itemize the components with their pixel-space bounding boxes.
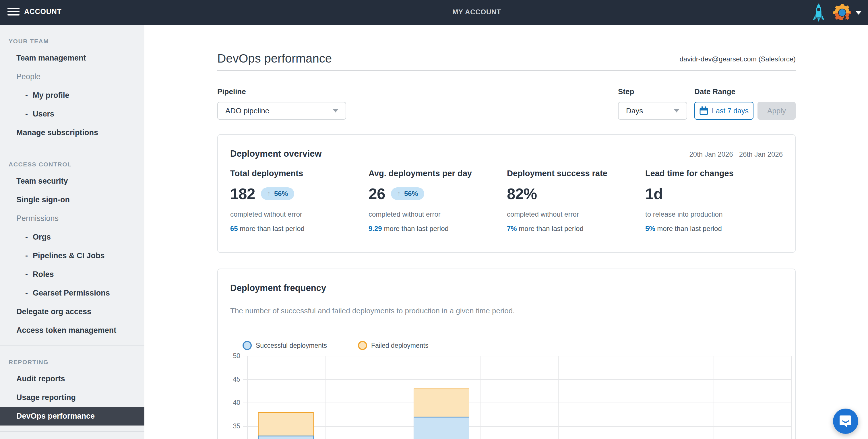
- sidebar-item-users[interactable]: -Users: [0, 105, 144, 123]
- dash-bullet: -: [25, 247, 33, 265]
- legend-dot-icon: [358, 341, 367, 350]
- hamburger-menu-icon[interactable]: [7, 8, 20, 18]
- sidebar-item-label: My profile: [33, 91, 69, 100]
- metric-value: 82%: [507, 185, 537, 202]
- metric-total-deployments: Total deployments182↑56%completed withou…: [230, 169, 369, 233]
- overview-title: Deployment overview: [230, 149, 322, 159]
- bar-failed-col3[interactable]: [414, 388, 469, 417]
- sidebar-item-label: DevOps performance: [17, 412, 95, 420]
- badge-value: 56%: [274, 190, 288, 198]
- legend-item-successful-deployments: Successful deployments: [243, 341, 327, 350]
- y-tick-35: 35: [220, 422, 240, 430]
- apply-button[interactable]: Apply: [757, 102, 796, 120]
- sidebar-item-gearset-permissions[interactable]: -Gearset Permissions: [0, 284, 144, 303]
- sidebar-item-label: Audit reports: [17, 374, 65, 383]
- step-select[interactable]: Days: [618, 102, 687, 120]
- metric-delta-value: 5%: [645, 225, 655, 232]
- date-range-label: Date Range: [694, 87, 735, 96]
- sidebar-item-team-management[interactable]: Team management: [0, 49, 144, 67]
- sidebar-item-roles[interactable]: -Roles: [0, 265, 144, 284]
- gridline-x-5: [636, 356, 637, 439]
- bar-successful-col3[interactable]: [414, 417, 469, 439]
- badge-value: 56%: [404, 190, 418, 198]
- pipeline-select[interactable]: ADO pipeline: [217, 102, 346, 120]
- pipeline-select-value: ADO pipeline: [225, 106, 269, 115]
- gridline-x-3: [480, 356, 481, 439]
- sidebar-section-access-control: ACCESS CONTROL: [9, 161, 144, 168]
- metric-title: Avg. deployments per day: [369, 169, 507, 178]
- metric-avg-deployments-per-day: Avg. deployments per day26↑56%completed …: [369, 169, 507, 233]
- sidebar-item-access-token-management[interactable]: Access token management: [0, 321, 144, 340]
- chat-bubble-icon: [839, 415, 852, 428]
- title-divider: [217, 71, 796, 71]
- sidebar-item-manage-subscriptions[interactable]: Manage subscriptions: [0, 123, 144, 142]
- metric-deployment-success-rate: Deployment success rate82%completed with…: [507, 169, 645, 233]
- topbar: ACCOUNT MY ACCOUNT: [0, 0, 868, 25]
- sidebar-item-delegate-org-access[interactable]: Delegate org access: [0, 303, 144, 321]
- chart-legend: Successful deploymentsFailed deployments: [243, 341, 428, 350]
- metric-subtitle: completed without error: [230, 210, 369, 218]
- topbar-brand: ACCOUNT: [24, 7, 62, 16]
- topbar-divider: [147, 3, 147, 22]
- gridline-x-1: [325, 356, 326, 439]
- dash-bullet: -: [25, 284, 33, 303]
- gridline-x-2: [403, 356, 403, 439]
- rocket-icon[interactable]: [812, 3, 825, 22]
- sidebar-item-label: Team security: [17, 177, 68, 185]
- dash-bullet: -: [25, 86, 33, 105]
- arrow-up-icon: ↑: [397, 190, 401, 198]
- metric-trend-badge: ↑56%: [261, 187, 294, 200]
- metric-delta-line: 7% more than last period: [507, 225, 645, 233]
- sidebar-item-label: Delegate org access: [17, 307, 91, 316]
- metric-subtitle: to release into production: [645, 210, 784, 218]
- sidebar-item-label: Single sign-on: [17, 195, 70, 204]
- sidebar-item-single-sign-on[interactable]: Single sign-on: [0, 190, 144, 209]
- bar-successful-col1[interactable]: [258, 436, 314, 439]
- frequency-description: The number of successful and failed depl…: [230, 307, 515, 315]
- sidebar-item-my-profile[interactable]: -My profile: [0, 86, 144, 105]
- sidebar-item-orgs[interactable]: -Orgs: [0, 228, 144, 247]
- dash-bullet: -: [25, 265, 33, 284]
- sidebar-item-devops-performance[interactable]: DevOps performance: [0, 407, 144, 426]
- metric-value-row: 182↑56%: [230, 185, 369, 202]
- metric-trend-badge: ↑56%: [391, 187, 424, 200]
- bar-failed-col1[interactable]: [258, 412, 314, 436]
- metric-subtitle: completed without error: [369, 210, 507, 218]
- sidebar-item-label: Pipelines & CI Jobs: [33, 251, 105, 260]
- pipeline-label: Pipeline: [217, 87, 246, 96]
- metric-value: 26: [369, 185, 385, 202]
- gearset-gear-icon: [833, 3, 851, 22]
- sidebar-section-reporting: REPORTING: [9, 359, 144, 366]
- gearset-avatar-menu[interactable]: [833, 3, 862, 22]
- deployment-frequency-card: Deployment frequency The number of succe…: [217, 269, 796, 439]
- metrics-row: Total deployments182↑56%completed withou…: [230, 169, 784, 233]
- calendar-icon: [699, 106, 708, 115]
- legend-label: Failed deployments: [371, 342, 428, 349]
- step-label: Step: [618, 87, 634, 96]
- deployment-overview-card: Deployment overview 20th Jan 2026 - 26th…: [217, 134, 796, 253]
- metric-delta-line: 9.29 more than last period: [369, 225, 507, 233]
- sidebar-item-label: Manage subscriptions: [17, 128, 98, 137]
- arrow-up-icon: ↑: [267, 190, 271, 198]
- sidebar-item-people: People: [0, 67, 144, 86]
- sidebar-item-audit-reports[interactable]: Audit reports: [0, 370, 144, 388]
- dash-bullet: -: [25, 228, 33, 247]
- sidebar-item-team-security[interactable]: Team security: [0, 172, 144, 190]
- gridline-x-4: [558, 356, 559, 439]
- sidebar-divider: [0, 148, 144, 148]
- chat-launcher-button[interactable]: [833, 409, 858, 434]
- metric-delta-line: 5% more than last period: [645, 225, 784, 233]
- y-tick-45: 45: [220, 376, 240, 383]
- frequency-plot: 50454035: [247, 356, 792, 439]
- sidebar-item-usage-reporting[interactable]: Usage reporting: [0, 388, 144, 407]
- metric-lead-time-for-changes: Lead time for changes1dto release into p…: [645, 169, 784, 233]
- sidebar-item-label: Users: [33, 109, 54, 118]
- date-range-button[interactable]: Last 7 days: [694, 102, 753, 120]
- sidebar-item-pipelines-ci-jobs[interactable]: -Pipelines & CI Jobs: [0, 247, 144, 265]
- sidebar-item-label: Gearset Permissions: [33, 289, 110, 297]
- metric-subtitle: completed without error: [507, 210, 645, 218]
- sidebar-item-permissions: Permissions: [0, 209, 144, 228]
- gridline-x-0: [247, 356, 248, 439]
- sidebar-section-your-team: YOUR TEAM: [9, 38, 144, 45]
- sidebar-nav: YOUR TEAMTeam managementPeople-My profil…: [0, 25, 144, 439]
